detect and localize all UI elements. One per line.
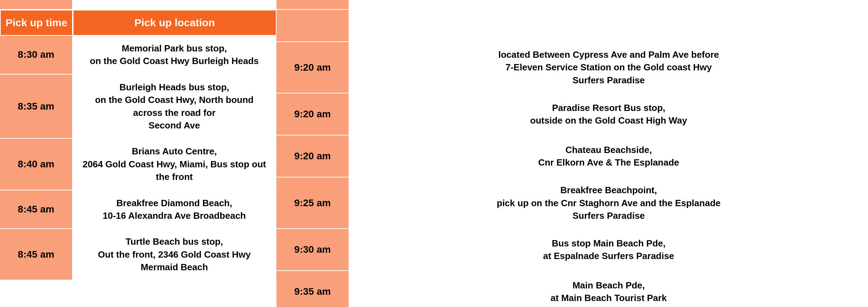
table-row: 8:35 am Burleigh Heads bus stop,on the G… — [0, 75, 276, 139]
table-row: 8:45 am Breakfree Diamond Beach,10-16 Al… — [0, 190, 276, 229]
right-cell-location-0: located Between Cypress Ave and Palm Ave… — [349, 42, 868, 93]
table-row: 8:45 am Turtle Beach bus stop,Out the fr… — [0, 229, 276, 280]
cell-time-3: 8:45 am — [0, 190, 73, 229]
right-cell-time-2: 9:20 am — [276, 135, 349, 177]
cell-time-1: 8:35 am — [0, 75, 73, 138]
right-cell-location-2: Chateau Beachside,Cnr Elkorn Ave & The E… — [349, 135, 868, 177]
location-text-2: Brians Auto Centre,2064 Gold Coast Hwy, … — [80, 145, 269, 183]
location-text-0: Memorial Park bus stop,on the Gold Coast… — [90, 42, 259, 68]
right-cell-location-5: Main Beach Pde,at Main Beach Tourist Par… — [349, 271, 868, 307]
location-text-4: Turtle Beach bus stop,Out the front, 234… — [80, 235, 269, 273]
right-partial-time-cell — [276, 0, 349, 9]
top-partial-row — [0, 0, 276, 10]
right-location-text-3: Breakfree Beachpoint,pick up on the Cnr … — [497, 184, 721, 222]
right-spacer-loc — [349, 10, 868, 41]
partial-time-cell — [0, 0, 73, 9]
cell-location-1: Burleigh Heads bus stop,on the Gold Coas… — [73, 75, 276, 138]
cell-time-0: 8:30 am — [0, 36, 73, 74]
right-cell-location-4: Bus stop Main Beach Pde,at Espalnade Sur… — [349, 229, 868, 270]
table-row: 8:40 am Brians Auto Centre,2064 Gold Coa… — [0, 139, 276, 190]
right-cell-location-1: Paradise Resort Bus stop,outside on the … — [349, 93, 868, 135]
right-panel: 9:20 am located Between Cypress Ave and … — [276, 0, 868, 307]
left-panel: Pick up time Pick up location 8:30 am Me… — [0, 0, 276, 307]
right-cell-location-3: Breakfree Beachpoint,pick up on the Cnr … — [349, 177, 868, 228]
table-header: Pick up time Pick up location — [0, 10, 276, 36]
cell-location-4: Turtle Beach bus stop,Out the front, 234… — [73, 229, 276, 280]
location-text-3: Breakfree Diamond Beach,10-16 Alexandra … — [103, 197, 246, 222]
right-spacer-time — [276, 10, 349, 41]
right-header-spacer — [276, 10, 868, 42]
right-location-text-0: located Between Cypress Ave and Palm Ave… — [498, 48, 719, 86]
right-location-text-2: Chateau Beachside,Cnr Elkorn Ave & The E… — [538, 144, 679, 169]
right-table-row-4: 9:30 am Bus stop Main Beach Pde,at Espal… — [276, 229, 868, 271]
right-location-text-1: Paradise Resort Bus stop,outside on the … — [530, 102, 687, 127]
right-cell-time-5: 9:35 am — [276, 271, 349, 307]
right-cell-time-0: 9:20 am — [276, 42, 349, 93]
partial-loc-cell — [73, 0, 276, 9]
right-cell-time-1: 9:20 am — [276, 93, 349, 135]
header-time: Pick up time — [0, 10, 73, 36]
right-location-text-5: Main Beach Pde,at Main Beach Tourist Par… — [551, 279, 667, 305]
right-table-row-3: 9:25 am Breakfree Beachpoint,pick up on … — [276, 177, 868, 229]
right-table-row-0: 9:20 am located Between Cypress Ave and … — [276, 42, 868, 93]
right-cell-time-4: 9:30 am — [276, 229, 349, 270]
right-cell-time-3: 9:25 am — [276, 177, 349, 228]
right-location-text-4: Bus stop Main Beach Pde,at Espalnade Sur… — [543, 237, 674, 263]
location-text-1: Burleigh Heads bus stop,on the Gold Coas… — [80, 81, 269, 132]
cell-location-2: Brians Auto Centre,2064 Gold Coast Hwy, … — [73, 139, 276, 189]
table-row: 8:30 am Memorial Park bus stop,on the Go… — [0, 36, 276, 75]
header-location: Pick up location — [73, 10, 276, 36]
cell-location-3: Breakfree Diamond Beach,10-16 Alexandra … — [73, 190, 276, 229]
right-partial-loc-cell — [349, 0, 868, 9]
cell-time-4: 8:45 am — [0, 229, 73, 280]
cell-location-0: Memorial Park bus stop,on the Gold Coast… — [73, 36, 276, 74]
right-table-row-1: 9:20 am Paradise Resort Bus stop,outside… — [276, 93, 868, 135]
right-table-row-2: 9:20 am Chateau Beachside,Cnr Elkorn Ave… — [276, 135, 868, 177]
right-top-partial-row — [276, 0, 868, 10]
right-table-row-5: 9:35 am Main Beach Pde,at Main Beach Tou… — [276, 271, 868, 307]
cell-time-2: 8:40 am — [0, 139, 73, 189]
